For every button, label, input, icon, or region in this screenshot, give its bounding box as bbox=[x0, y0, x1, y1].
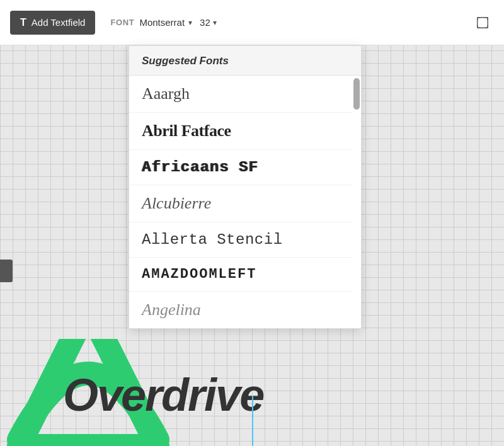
font-list-items: AaarghAbril FatfaceAfricaans SFAlcubierr… bbox=[129, 76, 352, 328]
scrollbar-thumb[interactable] bbox=[353, 78, 360, 110]
font-panel-header: Suggested Fonts bbox=[129, 46, 361, 76]
text-icon: T bbox=[20, 17, 26, 28]
font-item-name: Allerta Stencil bbox=[142, 231, 283, 248]
font-list-item[interactable]: Aaargh bbox=[129, 76, 352, 113]
font-item-name: Alcubierre bbox=[142, 194, 211, 212]
font-item-name: Aaargh bbox=[142, 84, 190, 103]
resize-icon[interactable] bbox=[474, 14, 491, 31]
add-textfield-label: Add Textfield bbox=[32, 17, 86, 28]
font-item-name: Africaans SF bbox=[142, 159, 258, 176]
left-sidebar-icon[interactable] bbox=[0, 260, 13, 282]
overdrive-text: Overdrive bbox=[63, 369, 263, 421]
font-selector: FONT Montserrat ▾ 32 ▾ bbox=[110, 17, 216, 28]
font-chevron-icon: ▾ bbox=[188, 18, 192, 27]
font-panel: Suggested Fonts AaarghAbril FatfaceAfric… bbox=[129, 45, 362, 329]
font-list: AaarghAbril FatfaceAfricaans SFAlcubierr… bbox=[129, 76, 361, 328]
font-size-dropdown[interactable]: 32 ▾ bbox=[200, 17, 217, 28]
svg-rect-1 bbox=[478, 17, 488, 28]
font-name-value: Montserrat bbox=[139, 17, 185, 28]
toolbar: T Add Textfield FONT Montserrat ▾ 32 ▾ bbox=[0, 0, 504, 45]
font-item-name: Abril Fatface bbox=[142, 122, 231, 140]
font-list-item[interactable]: Allerta Stencil bbox=[129, 222, 352, 258]
font-size-value: 32 bbox=[200, 17, 210, 28]
cursor-line bbox=[252, 396, 253, 446]
font-name-dropdown[interactable]: Montserrat ▾ bbox=[139, 17, 192, 28]
font-prefix-label: FONT bbox=[110, 18, 134, 27]
font-list-item[interactable]: Abril Fatface bbox=[129, 113, 352, 150]
add-textfield-button[interactable]: T Add Textfield bbox=[10, 11, 95, 35]
font-list-item[interactable]: AMAZDOOMLEFT bbox=[129, 258, 352, 292]
suggested-fonts-label: Suggested Fonts bbox=[142, 55, 229, 67]
font-item-name: Angelina bbox=[142, 300, 201, 319]
font-list-item[interactable]: Angelina bbox=[129, 292, 352, 328]
size-chevron-icon: ▾ bbox=[213, 18, 217, 27]
font-list-item[interactable]: Africaans SF bbox=[129, 150, 352, 185]
font-item-name: AMAZDOOMLEFT bbox=[142, 266, 256, 282]
font-list-item[interactable]: Alcubierre bbox=[129, 185, 352, 222]
